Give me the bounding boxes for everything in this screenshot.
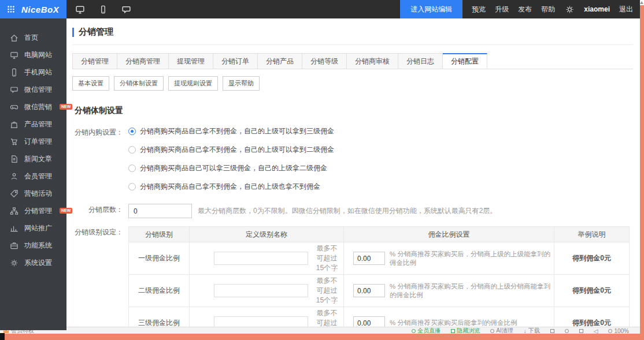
sidebar: 首页 电脑网站 手机网站 微信管理 微信营销 NEW 产品管理 订单管理: [0, 18, 66, 330]
briefcase-icon: [10, 241, 18, 250]
tab-distribution-levels[interactable]: 分销等级: [302, 53, 347, 69]
mobile-view-icon[interactable]: [98, 4, 108, 14]
tag-icon: [10, 189, 18, 198]
table-header-row: 分销级别 定义级别名称 佣金比例设置 举例说明: [129, 227, 630, 242]
sidebar-item-marketing[interactable]: 营销活动: [0, 185, 66, 202]
basic-settings-button[interactable]: 基本设置: [72, 76, 109, 91]
upgrade-link[interactable]: 升级: [495, 5, 509, 14]
inner-purchase-option-1[interactable]: 分销商购买商品自己拿不到佣金，自己的上级可以拿到三级佣金: [128, 126, 334, 136]
level2-name-input[interactable]: [214, 284, 308, 297]
level3-name-input[interactable]: [214, 316, 308, 327]
tab-bar: 分销管理 分销商管理 提现管理 分销订单 分销产品 分销等级 分销商审核 分销日…: [72, 53, 633, 69]
status-panel-item[interactable]: [579, 329, 583, 333]
levels-label: 分销层数：: [72, 204, 123, 218]
bottom-left-corner: [0, 333, 5, 340]
level1-name-input[interactable]: [214, 252, 308, 265]
settings-gear-icon[interactable]: [564, 4, 575, 14]
tab-withdrawal-mgmt[interactable]: 提现管理: [169, 53, 213, 69]
dot-icon: [490, 329, 494, 333]
sidebar-item-news[interactable]: 新闻文章: [0, 150, 66, 167]
radio-selected-icon[interactable]: [128, 128, 136, 135]
status-zoom-item[interactable]: 100%: [608, 328, 629, 334]
config-subnav: 基本设置 分销体制设置 提现规则设置 显示帮助: [72, 76, 640, 91]
sidebar-item-pc-site[interactable]: 电脑网站: [0, 46, 66, 63]
tab-distribution-log[interactable]: 分销日志: [398, 53, 443, 69]
level-name: 三级佣金比例: [129, 307, 190, 327]
publish-link[interactable]: 发布: [518, 5, 532, 14]
game-icon: [10, 103, 18, 111]
home-icon: [10, 33, 18, 42]
logo-text: NiceBoX: [21, 5, 59, 14]
block-icon: [565, 329, 569, 333]
status-block-item[interactable]: [565, 329, 569, 333]
example-text: 得到佣金0元: [554, 275, 630, 307]
commission-level-table: 分销级别 定义级别名称 佣金比例设置 举例说明 一级佣金比例 最多不可超过15个…: [128, 226, 630, 327]
sidebar-item-home[interactable]: 首页: [0, 29, 66, 46]
chat-icon: [10, 85, 18, 94]
table-row: 三级佣金比例 最多不可超过15个字 % 分销商推荐买家购买后能拿到的佣金比例 得…: [129, 307, 630, 327]
wechat-view-icon[interactable]: [121, 4, 131, 14]
page-title: 分销管理: [79, 27, 113, 38]
main-content: 分销管理 分销管理 分销商管理 提现管理 分销订单 分销产品 分销等级 分销商审…: [66, 18, 640, 327]
level-table-label: 分销级别设定：: [72, 226, 123, 327]
monitor-icon: [10, 51, 18, 59]
chart-icon: [10, 224, 18, 233]
radio-icon[interactable]: [128, 183, 136, 190]
capture-frame-bottom: [5, 334, 644, 340]
level1-rate-input[interactable]: [353, 252, 385, 265]
sidebar-item-products[interactable]: 产品管理: [0, 115, 66, 133]
level2-rate-input[interactable]: [353, 284, 385, 297]
help-link[interactable]: 帮助: [541, 5, 555, 14]
inner-purchase-option-4[interactable]: 分销商购买商品自己拿不到佣金，自己的上级也拿不到佣金: [128, 182, 334, 192]
panel-icon: [579, 329, 583, 333]
sidebar-item-promotion[interactable]: 网站推广: [0, 219, 66, 237]
app-logo[interactable]: NiceBoX: [0, 0, 66, 18]
download-icon: ↓: [524, 328, 527, 334]
table-row: 二级佣金比例 最多不可超过15个字 % 分销商推荐买家购买后，分销商的上级分销商…: [129, 275, 630, 307]
tab-distribution-products[interactable]: 分销产品: [258, 53, 302, 69]
topbar: NiceBoX 进入网站编辑 预览 升级 发布 帮助 xiaomei 退出: [0, 0, 640, 18]
level-name: 一级佣金比例: [129, 242, 190, 275]
new-badge: NEW: [60, 104, 72, 110]
sidebar-item-distribution[interactable]: 分销管理 NEW: [0, 202, 66, 219]
withdrawal-rules-button[interactable]: 提现规则设置: [168, 76, 218, 91]
username[interactable]: xiaomei: [584, 5, 610, 13]
level-name: 二级佣金比例: [129, 275, 190, 307]
status-window-item[interactable]: [550, 329, 554, 333]
radio-icon[interactable]: [128, 165, 136, 172]
table-row: 一级佣金比例 最多不可超过15个字 % 分销商推荐买家购买后，分销商上级的上级能…: [129, 242, 630, 275]
logout-link[interactable]: 退出: [619, 5, 633, 14]
scrollbar-up-arrow[interactable]: [640, 1, 643, 4]
sidebar-item-wechat-mgmt[interactable]: 微信管理: [0, 81, 66, 98]
new-badge: NEW: [60, 208, 72, 214]
sidebar-item-mobile-site[interactable]: 手机网站: [0, 63, 66, 81]
document-icon: [10, 155, 18, 163]
speaker-icon: ◁: [594, 328, 598, 334]
status-sound-item[interactable]: ◁: [594, 328, 598, 334]
level3-rate-input[interactable]: [353, 316, 385, 327]
user-icon: [10, 172, 18, 181]
sidebar-item-orders[interactable]: 订单管理: [0, 133, 66, 150]
show-help-button[interactable]: 显示帮助: [223, 76, 260, 91]
sidebar-item-functions[interactable]: 功能系统: [0, 237, 66, 254]
example-text: 得到佣金0元: [554, 242, 630, 275]
enter-site-editor-button[interactable]: 进入网站编辑: [400, 0, 462, 18]
inner-purchase-option-3[interactable]: 分销商购买商品自己可以拿三级佣金，自己的上级拿二级佣金: [128, 163, 334, 173]
system-settings-button[interactable]: 分销体制设置: [114, 76, 164, 91]
tab-distribution-config[interactable]: 分销配置: [443, 53, 487, 69]
radio-icon[interactable]: [128, 146, 136, 154]
tab-distribution-orders[interactable]: 分销订单: [213, 53, 258, 69]
inner-purchase-option-2[interactable]: 分销商购买商品自己拿不到佣金，自己的上级可以拿到二级佣金: [128, 145, 334, 155]
preview-link[interactable]: 预览: [472, 5, 486, 14]
sidebar-item-wechat-marketing[interactable]: 微信营销 NEW: [0, 98, 66, 115]
bag-icon: [10, 120, 18, 129]
sidebar-item-system-settings[interactable]: 系统设置: [0, 254, 66, 271]
tab-distribution-mgmt[interactable]: 分销管理: [72, 53, 117, 69]
levels-input[interactable]: [128, 204, 192, 218]
sidebar-item-members[interactable]: 会员管理: [0, 167, 66, 185]
square-icon: [451, 329, 455, 333]
desktop-view-icon[interactable]: [75, 4, 85, 14]
tab-distributor-mgmt[interactable]: 分销商管理: [117, 53, 169, 69]
example-text: 得到佣金0元: [554, 307, 630, 327]
tab-distributor-review[interactable]: 分销商审核: [347, 53, 398, 69]
